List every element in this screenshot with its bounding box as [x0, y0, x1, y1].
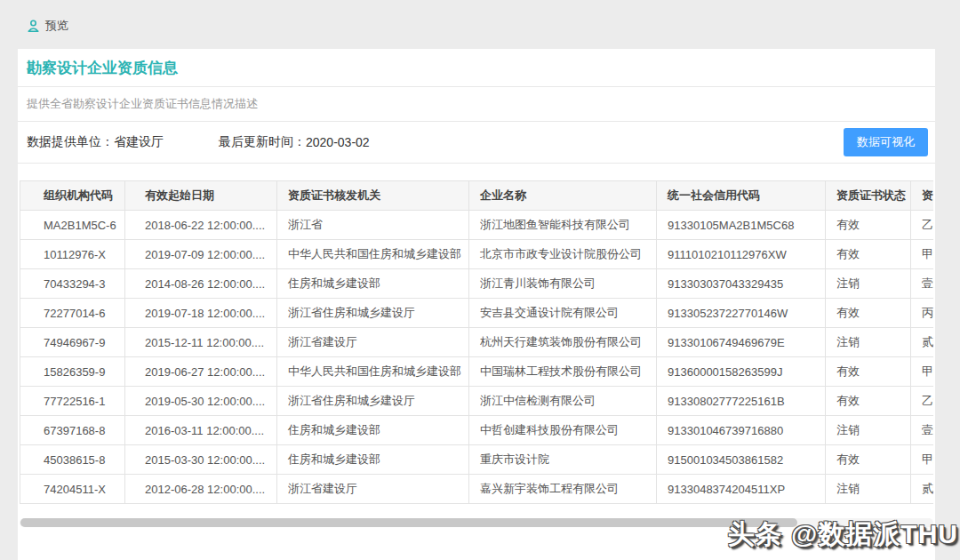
- table-cell: 有效: [826, 240, 911, 269]
- column-header: 资质证书核发机关: [277, 181, 469, 211]
- table-cell: 注销: [826, 328, 911, 357]
- table-cell: MA2B1M5C-6: [20, 211, 125, 240]
- table-cell: 2019-07-09 12:00:00....: [125, 240, 277, 269]
- table-cell: 住房和城乡建设部: [277, 269, 469, 299]
- table-header-row: 组织机构代码有效起始日期资质证书核发机关企业名称统一社会信用代码资质证书状态资质…: [20, 181, 934, 211]
- table-cell: 北京市市政专业设计院股份公司: [469, 240, 657, 269]
- table-cell: 2019-06-27 12:00:00....: [125, 357, 277, 387]
- table-cell: 丙级: [911, 299, 934, 328]
- column-header: 资质等级: [911, 181, 934, 211]
- table-cell: 2019-05-30 12:00:00....: [125, 387, 277, 416]
- horizontal-scrollbar-thumb[interactable]: [20, 518, 797, 527]
- dataset-info-bar: 数据提供单位： 省建设厅 最后更新时间： 2020-03-02 数据可视化: [18, 122, 935, 164]
- table-cell: 中华人民共和国住房和城乡建设部: [277, 357, 469, 387]
- table-cell: 中国瑞林工程技术股份有限公司: [469, 357, 657, 387]
- column-header: 组织机构代码: [20, 181, 125, 211]
- table-cell: 住房和城乡建设部: [277, 445, 469, 475]
- table-cell: 72277014-6: [20, 299, 125, 328]
- table-cell: 2014-08-26 12:00:00....: [125, 269, 277, 299]
- table-row: 74946967-92015-12-11 12:00:00....浙江省建设厅杭…: [20, 328, 934, 357]
- table-cell: 安吉县交通设计院有限公司: [469, 299, 657, 328]
- table-cell: 杭州天行建筑装饰股份有限公司: [469, 328, 657, 357]
- table-row: 77722516-12019-05-30 12:00:00....浙江省住房和城…: [20, 387, 934, 416]
- records-table-wrap: 组织机构代码有效起始日期资质证书核发机关企业名称统一社会信用代码资质证书状态资质…: [20, 180, 933, 504]
- table-cell: 注销: [826, 416, 911, 445]
- table-cell: 注销: [826, 269, 911, 299]
- preview-person-icon: [27, 20, 40, 33]
- column-header: 资质证书状态: [826, 181, 911, 211]
- table-row: 10112976-X2019-07-09 12:00:00....中华人民共和国…: [20, 240, 934, 269]
- table-cell: 70433294-3: [20, 269, 125, 299]
- table-cell: 浙江青川装饰有限公司: [469, 269, 657, 299]
- table-row: 70433294-32014-08-26 12:00:00....住房和城乡建设…: [20, 269, 934, 299]
- table-row: 15826359-92019-06-27 12:00:00....中华人民共和国…: [20, 357, 934, 387]
- table-cell: 甲级: [911, 445, 934, 475]
- table-cell: 浙江省住房和城乡建设厅: [277, 299, 469, 328]
- table-row: 72277014-62019-07-18 12:00:00....浙江省住房和城…: [20, 299, 934, 328]
- table-cell: 浙江地图鱼智能科技有限公司: [469, 211, 657, 240]
- table-cell: 贰级: [911, 475, 934, 504]
- page-title: 勘察设计企业资质信息: [18, 49, 935, 87]
- table-cell: 2016-03-11 12:00:00....: [125, 416, 277, 445]
- table-cell: 67397168-8: [20, 416, 125, 445]
- table-cell: 有效: [826, 299, 911, 328]
- column-header: 统一社会信用代码: [657, 181, 826, 211]
- table-cell: 乙级: [911, 211, 934, 240]
- updated-label: 最后更新时间：: [219, 134, 306, 150]
- breadcrumb-preview[interactable]: 预览: [27, 18, 68, 34]
- table-cell: 注销: [826, 475, 911, 504]
- table-cell: 91360000158263599J: [657, 357, 826, 387]
- provider-value: 省建设厅: [114, 134, 164, 150]
- table-cell: 贰级: [911, 328, 934, 357]
- updated-info: 最后更新时间： 2020-03-02: [219, 134, 370, 150]
- table-row: 74204511-X2012-06-28 12:00:00....浙江省建设厅嘉…: [20, 475, 934, 504]
- table-cell: 甲级: [911, 357, 934, 387]
- table-cell: 91330523722770146W: [657, 299, 826, 328]
- table-cell: 2015-03-30 12:00:00....: [125, 445, 277, 475]
- table-cell: 74946967-9: [20, 328, 125, 357]
- table-cell: 2012-06-28 12:00:00....: [125, 475, 277, 504]
- table-cell: 嘉兴新宇装饰工程有限公司: [469, 475, 657, 504]
- horizontal-scrollbar-track[interactable]: [20, 518, 933, 527]
- table-cell: 重庆市设计院: [469, 445, 657, 475]
- table-cell: 10112976-X: [20, 240, 125, 269]
- table-cell: 913301046739716880: [657, 416, 826, 445]
- table-cell: 915001034503861582: [657, 445, 826, 475]
- table-cell: 9111010210112976XW: [657, 240, 826, 269]
- table-cell: 91330105MA2B1M5C68: [657, 211, 826, 240]
- table-cell: 15826359-9: [20, 357, 125, 387]
- table-row: MA2B1M5C-62018-06-22 12:00:00....浙江省浙江地图…: [20, 211, 934, 240]
- table-cell: 74204511-X: [20, 475, 125, 504]
- table-cell: 浙江省建设厅: [277, 475, 469, 504]
- provider-label: 数据提供单位：: [27, 134, 114, 150]
- table-cell: 中哲创建科技股份有限公司: [469, 416, 657, 445]
- breadcrumb-label: 预览: [45, 18, 68, 34]
- table-cell: 91330106749469679E: [657, 328, 826, 357]
- table-cell: 9133048374204511XP: [657, 475, 826, 504]
- data-visualize-button[interactable]: 数据可视化: [844, 128, 928, 156]
- column-header: 企业名称: [469, 181, 657, 211]
- dataset-description: 提供全省勘察设计企业资质证书信息情况描述: [18, 87, 935, 122]
- table-cell: 有效: [826, 445, 911, 475]
- table-cell: 乙级: [911, 387, 934, 416]
- table-body: MA2B1M5C-62018-06-22 12:00:00....浙江省浙江地图…: [20, 211, 934, 504]
- table-cell: 2018-06-22 12:00:00....: [125, 211, 277, 240]
- table-cell: 甲级: [911, 240, 934, 269]
- table-cell: 2019-07-18 12:00:00....: [125, 299, 277, 328]
- table-cell: 有效: [826, 387, 911, 416]
- table-cell: 壹级: [911, 416, 934, 445]
- table-cell: 中华人民共和国住房和城乡建设部: [277, 240, 469, 269]
- table-cell: 77722516-1: [20, 387, 125, 416]
- table-row: 67397168-82016-03-11 12:00:00....住房和城乡建设…: [20, 416, 934, 445]
- table-cell: 45038615-8: [20, 445, 125, 475]
- table-cell: 浙江省住房和城乡建设厅: [277, 387, 469, 416]
- table-cell: 有效: [826, 357, 911, 387]
- table-cell: 913303037043329435: [657, 269, 826, 299]
- provider-info: 数据提供单位： 省建设厅: [27, 134, 164, 150]
- records-table: 组织机构代码有效起始日期资质证书核发机关企业名称统一社会信用代码资质证书状态资质…: [20, 180, 933, 504]
- column-header: 有效起始日期: [125, 181, 277, 211]
- table-cell: 壹级: [911, 269, 934, 299]
- table-cell: 有效: [826, 211, 911, 240]
- table-cell: 浙江中信检测有限公司: [469, 387, 657, 416]
- table-row: 45038615-82015-03-30 12:00:00....住房和城乡建设…: [20, 445, 934, 475]
